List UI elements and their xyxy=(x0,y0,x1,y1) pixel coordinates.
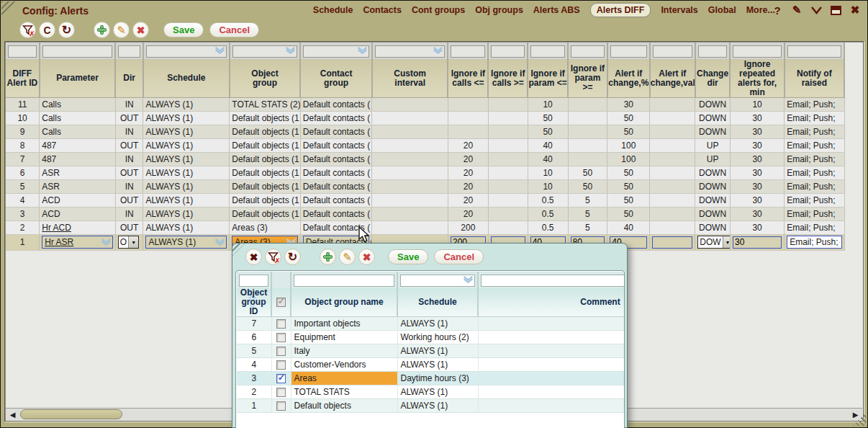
row-checkbox[interactable]: ✓ xyxy=(276,401,286,411)
close-icon[interactable]: ✖ xyxy=(849,4,862,17)
object-group-row[interactable]: 2 ✓ TOTAL STATS ALWAYS (1) xyxy=(237,385,625,398)
object-group-row[interactable]: 1 ✓ Default objects ALWAYS (1) xyxy=(237,398,625,412)
edit-pencil-icon[interactable]: ✎ xyxy=(790,4,803,17)
clear-icon[interactable]: C xyxy=(39,22,55,38)
column-header[interactable]: ⇧ Contact group xyxy=(300,59,372,97)
popup-refresh-icon[interactable]: ↻ xyxy=(284,249,301,265)
menu-item[interactable]: Cont groups xyxy=(412,5,465,15)
column-filter-input[interactable] xyxy=(571,45,605,58)
notify-dropdown[interactable]: Email; Push; xyxy=(787,236,841,249)
column-filter-input[interactable] xyxy=(118,45,140,58)
column-header[interactable]: ⇧ Dir xyxy=(115,59,143,97)
row-checkbox[interactable]: ✓ xyxy=(276,360,286,370)
popup-add-icon[interactable] xyxy=(320,249,336,265)
menu-item[interactable]: Intervals xyxy=(661,5,697,15)
popup-close-icon[interactable]: ✖ xyxy=(245,249,262,265)
popup-delete-icon[interactable]: ✖ xyxy=(358,249,375,265)
schedule-dropdown[interactable]: ALWAYS (1) xyxy=(145,236,227,249)
column-header[interactable]: ⇧ Alert if change,val xyxy=(650,59,695,97)
menu-item[interactable]: Alerts DIFF xyxy=(590,3,651,17)
column-header[interactable]: ⇧ Alert if change,% xyxy=(607,59,650,97)
dir-select[interactable]: O▼ xyxy=(118,236,139,249)
object-group-row[interactable]: 4 ✓ Customer-Vendors ALWAYS (1) xyxy=(237,357,625,371)
table-row[interactable]: 10 Calls OUT ALWAYS (1) Default objects … xyxy=(6,111,844,125)
row-checkbox[interactable]: ✓ xyxy=(276,333,286,342)
table-row[interactable]: 3 ACD IN ALWAYS (1) Default objects (1 D… xyxy=(6,207,844,220)
column-header[interactable]: ⇧ Schedule xyxy=(143,59,230,97)
row-checkbox[interactable]: ✓ xyxy=(276,374,286,383)
popup-column-filter-input[interactable] xyxy=(481,275,625,287)
menu-item[interactable]: Alerts ABS xyxy=(533,5,580,15)
help-icon[interactable]: ? xyxy=(771,4,784,17)
table-row[interactable]: 6 ASR OUT ALWAYS (1) Default objects (1 … xyxy=(6,166,844,179)
parameter-dropdown[interactable]: Hr ASR xyxy=(42,236,113,249)
alert-change-val-input[interactable] xyxy=(652,236,692,249)
object-group-row[interactable]: 3 ✓ Areas Daytime hours (3) xyxy=(237,371,625,385)
object-group-row[interactable]: 6 ✓ Equipment Working hours (2) xyxy=(237,330,625,344)
filter-chevron-icon[interactable] xyxy=(357,47,368,54)
column-filter-input[interactable] xyxy=(530,45,565,58)
chevron-down-icon[interactable] xyxy=(810,4,823,17)
popup-resize-grip[interactable] xyxy=(232,244,245,256)
change-dir-select[interactable]: DOW▼ xyxy=(697,236,730,249)
popup-column-header[interactable]: ⇧ ✓ Object group name xyxy=(291,288,397,317)
ignore-repeated-input[interactable] xyxy=(733,236,782,249)
row-checkbox[interactable]: ✓ xyxy=(276,319,286,329)
popup-column-header[interactable]: ⇧ ✓ xyxy=(271,288,291,317)
column-header[interactable]: ⇧ Change dir xyxy=(695,59,731,97)
column-header[interactable]: ⇧ DIFF Alert ID xyxy=(6,59,40,97)
save-button[interactable]: Save xyxy=(163,22,204,37)
column-header[interactable]: ⇧ Notify of raised xyxy=(785,59,844,97)
scroll-left-button[interactable]: ◀ xyxy=(7,409,18,420)
popup-cancel-button[interactable]: Cancel xyxy=(434,249,484,264)
menu-item[interactable]: Global xyxy=(708,5,736,15)
popup-edit-icon[interactable]: ✎ xyxy=(339,249,356,265)
column-header[interactable]: ⇧ Custom interval xyxy=(372,59,448,97)
cancel-button[interactable]: Cancel xyxy=(209,22,259,37)
scroll-right-button[interactable]: ▶ xyxy=(850,409,861,420)
clear-filter-icon[interactable]: ✗ xyxy=(19,22,36,38)
table-row[interactable]: 9 Calls IN ALWAYS (1) Default objects (1… xyxy=(6,125,844,138)
refresh-icon[interactable]: ↻ xyxy=(58,22,75,38)
popup-clear-filter-icon[interactable]: ✗ xyxy=(265,249,281,265)
column-filter-input[interactable] xyxy=(733,45,781,58)
delete-icon[interactable]: ✖ xyxy=(132,22,149,38)
menu-item[interactable]: Obj groups xyxy=(475,5,523,15)
column-filter-input[interactable] xyxy=(610,45,647,58)
column-header[interactable]: ⇧ Ignore repeated alerts for, min xyxy=(730,59,784,97)
column-header[interactable]: ⇧ Parameter xyxy=(40,59,116,97)
object-group-row[interactable]: 7 ✓ Important objects ALWAYS (1) xyxy=(237,316,625,330)
column-filter-input[interactable] xyxy=(491,45,525,58)
column-filter-input[interactable] xyxy=(653,45,692,58)
edit-icon[interactable]: ✎ xyxy=(113,22,130,38)
column-header[interactable]: ⇧ Ignore if param <= xyxy=(528,59,568,97)
select-all-checkbox[interactable]: ✓ xyxy=(276,298,286,307)
menu-item[interactable]: Schedule xyxy=(313,5,353,15)
window-icon[interactable] xyxy=(829,4,842,17)
column-filter-input[interactable] xyxy=(451,45,485,58)
scrollbar-thumb[interactable] xyxy=(20,409,122,419)
column-filter-input[interactable] xyxy=(787,45,841,58)
column-header[interactable]: ⇧ Object group xyxy=(230,59,301,97)
row-checkbox[interactable]: ✓ xyxy=(276,347,286,356)
popup-column-header[interactable]: ⇧ ✓ Comment xyxy=(478,288,625,317)
column-filter-input[interactable] xyxy=(42,45,113,58)
column-header[interactable]: ⇧ Ignore if calls >= xyxy=(488,59,528,97)
filter-chevron-icon[interactable] xyxy=(463,276,474,283)
row-checkbox[interactable]: ✓ xyxy=(276,388,286,397)
filter-chevron-icon[interactable] xyxy=(214,47,225,54)
popup-save-button[interactable]: Save xyxy=(388,249,428,264)
table-row[interactable]: 11 Calls IN ALWAYS (1) TOTAL STATS (2) D… xyxy=(6,97,844,111)
table-row[interactable]: 7 487 IN ALWAYS (1) Default objects (1 D… xyxy=(6,152,844,166)
popup-column-filter-input[interactable] xyxy=(294,275,394,287)
table-row[interactable]: 8 487 OUT ALWAYS (1) Default objects (1 … xyxy=(6,138,844,152)
popup-column-filter-input[interactable] xyxy=(239,275,268,287)
table-row[interactable]: 5 ASR IN ALWAYS (1) Default objects (1 D… xyxy=(6,179,844,193)
menu-item[interactable]: Contacts xyxy=(363,5,401,15)
popup-column-header[interactable]: ⇧ ✓ Object group ID xyxy=(237,288,271,317)
object-group-row[interactable]: 5 ✓ Italy ALWAYS (1) xyxy=(237,344,625,357)
table-row[interactable]: 2 Hr ACD OUT ALWAYS (1) Areas (3) Defaul… xyxy=(6,220,844,234)
column-header[interactable]: ⇧ Ignore if calls <= xyxy=(448,59,488,97)
column-header[interactable]: ⇧ Ignore if param >= xyxy=(568,59,607,97)
add-icon[interactable] xyxy=(94,22,110,38)
